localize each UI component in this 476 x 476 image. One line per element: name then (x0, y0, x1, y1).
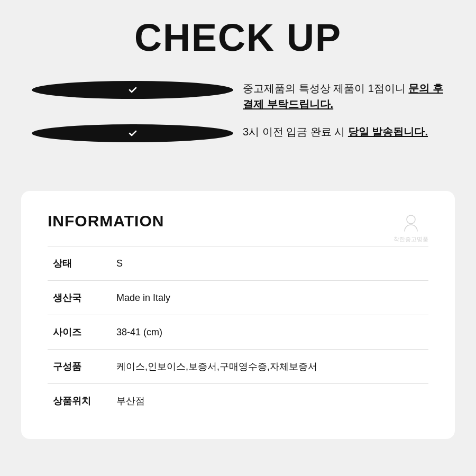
info-value: 부산점 (111, 384, 428, 418)
checklist-item-1-bold: 문의 후 결제 부탁드립니다. (243, 83, 443, 110)
info-value: S (111, 246, 428, 281)
list-item: 중고제품의 특성상 제품이 1점이니 문의 후 결제 부탁드립니다. (32, 80, 444, 112)
svg-point-0 (407, 215, 415, 224)
table-row: 상태S (48, 246, 428, 281)
info-label: 상품위치 (48, 384, 111, 418)
table-row: 사이즈38-41 (cm) (48, 315, 428, 350)
info-value: 케이스,인보이스,보증서,구매영수증,자체보증서 (111, 350, 428, 384)
table-row: 생산국Made in Italy (48, 281, 428, 315)
table-row: 상품위치부산점 (48, 384, 428, 418)
info-label: 사이즈 (48, 315, 111, 350)
top-section: CHECK UP 중고제품의 특성상 제품이 1점이니 문의 후 결제 부탁드립… (0, 0, 476, 180)
info-label: 구성품 (48, 350, 111, 384)
list-item: 3시 이전 입금 완료 시 당일 발송됩니다. (32, 124, 444, 142)
page-title: CHECK UP (32, 16, 444, 59)
info-label: 생산국 (48, 281, 111, 315)
checklist-item-2-text: 3시 이전 입금 완료 시 당일 발송됩니다. (243, 124, 444, 140)
table-row: 구성품케이스,인보이스,보증서,구매영수증,자체보증서 (48, 350, 428, 384)
info-value: 38-41 (cm) (111, 315, 428, 350)
checklist-item-2-bold: 당일 발송됩니다. (348, 126, 428, 138)
checkmark-icon (32, 124, 233, 142)
checklist-item-1-text: 중고제품의 특성상 제품이 1점이니 문의 후 결제 부탁드립니다. (243, 80, 444, 112)
info-value: Made in Italy (111, 281, 428, 315)
info-label: 상태 (48, 246, 111, 281)
info-card: INFORMATION 착한중고명품 상태S생산국Made in Italy사이… (21, 191, 455, 439)
info-title: INFORMATION (48, 212, 428, 230)
watermark: 착한중고명품 (393, 212, 428, 243)
info-table: 상태S생산국Made in Italy사이즈38-41 (cm)구성품케이스,인… (48, 246, 428, 418)
checklist: 중고제품의 특성상 제품이 1점이니 문의 후 결제 부탁드립니다. 3시 이전… (32, 80, 444, 142)
checkmark-icon (32, 81, 233, 99)
watermark-text: 착한중고명품 (393, 235, 428, 243)
